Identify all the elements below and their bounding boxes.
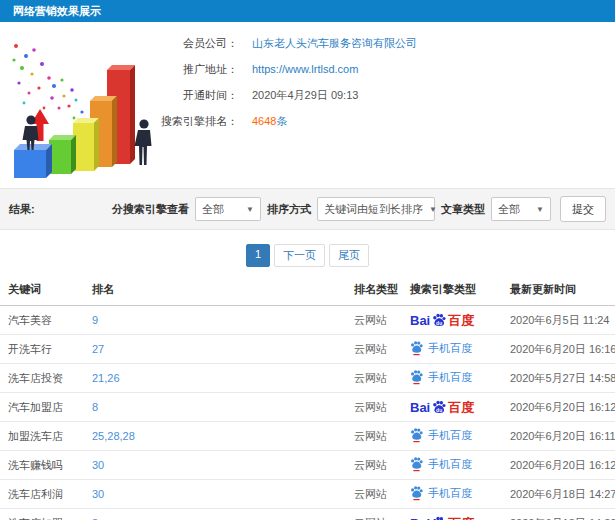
mobile-baidu-label: 手机百度	[428, 370, 472, 385]
chevron-down-icon: ▼	[240, 205, 254, 214]
filter-bar: 结果: 分搜索引擎查看 全部 ▼ 排序方式 关键词由短到长排序 ▼ 文章类型 全…	[0, 188, 615, 230]
pagination: 1 下一页 尾页	[0, 244, 615, 267]
chevron-down-icon: ▼	[530, 205, 544, 214]
engine-cell: Baidu百度	[402, 509, 502, 520]
rank-type-cell: 云网站	[346, 364, 402, 393]
rank-type-cell: 云网站	[346, 335, 402, 364]
engine-cell: 手机百度	[402, 364, 502, 393]
open-time-value: 2020年4月29日 09:13	[252, 88, 358, 103]
svg-text:du: du	[436, 408, 442, 413]
sort-select[interactable]: 关键词由短到长排序 ▼	[317, 197, 435, 221]
baidu-paw-icon: du	[431, 313, 447, 329]
rank-cell: 8	[84, 393, 346, 422]
keyword-cell: 洗车店加盟	[0, 509, 84, 520]
table-row: 加盟洗车店25,28,28云网站手机百度2020年6月20日 16:11	[0, 422, 615, 451]
baidu-logo: Baidu百度	[410, 515, 474, 520]
keyword-cell: 汽车美容	[0, 306, 84, 335]
table-row: 汽车加盟店8云网站Baidu百度2020年6月20日 16:12	[0, 393, 615, 422]
sort-value: 关键词由短到长排序	[324, 202, 423, 217]
table-row: 开洗车行27云网站手机百度2020年6月20日 16:16	[0, 335, 615, 364]
updated-cell: 2020年6月20日 16:12	[502, 451, 615, 480]
engine-cell: 手机百度	[402, 335, 502, 364]
keyword-cell: 洗车店投资	[0, 364, 84, 393]
baidu-logo-text: Bai	[410, 401, 430, 415]
rank-type-cell: 云网站	[346, 509, 402, 520]
updated-cell: 2020年6月20日 16:11	[502, 422, 615, 451]
engine-filter-value: 全部	[202, 202, 224, 217]
mobile-baidu-logo: 手机百度	[410, 427, 472, 443]
updated-cell: 2020年5月27日 14:58	[502, 364, 615, 393]
rank-cell: 9	[84, 306, 346, 335]
engine-cell: 手机百度	[402, 422, 502, 451]
engine-cell: Baidu百度	[402, 393, 502, 422]
rank-count: 4648	[252, 115, 276, 127]
updated-cell: 2020年6月5日 11:24	[502, 306, 615, 335]
next-page-button[interactable]: 下一页	[274, 244, 325, 267]
col-updated: 最新更新时间	[502, 277, 615, 306]
engine-cell: 手机百度	[402, 451, 502, 480]
engine-rank-value: 4648条	[252, 114, 287, 129]
keyword-cell: 汽车加盟店	[0, 393, 84, 422]
col-rank: 排名	[84, 277, 346, 306]
results-table: 关键词 排名 排名类型 搜索引擎类型 最新更新时间 汽车美容9云网站Baidu百…	[0, 277, 615, 520]
company-link[interactable]: 山东老人头汽车服务咨询有限公司	[252, 36, 417, 51]
table-row: 洗车店投资21,26云网站手机百度2020年5月27日 14:58	[0, 364, 615, 393]
table-header-row: 关键词 排名 排名类型 搜索引擎类型 最新更新时间	[0, 277, 615, 306]
article-type-select[interactable]: 全部 ▼	[491, 197, 551, 221]
updated-cell: 2020年6月20日 16:16	[502, 335, 615, 364]
mobile-baidu-paw-icon	[410, 427, 423, 443]
submit-button[interactable]: 提交	[560, 196, 606, 222]
engine-filter-select[interactable]: 全部 ▼	[195, 197, 261, 221]
rank-unit: 条	[276, 115, 287, 127]
account-info-section: 会员公司： 山东老人头汽车服务咨询有限公司 推广地址： https://www.…	[0, 22, 615, 188]
svg-text:du: du	[436, 321, 442, 326]
baidu-logo-hanzi: 百度	[448, 314, 474, 328]
article-type-value: 全部	[498, 202, 520, 217]
results-table-body: 汽车美容9云网站Baidu百度2020年6月5日 11:24开洗车行27云网站手…	[0, 306, 615, 520]
mobile-baidu-paw-icon	[410, 485, 423, 501]
rank-type-cell: 云网站	[346, 422, 402, 451]
keyword-cell: 加盟洗车店	[0, 422, 84, 451]
baidu-paw-icon: du	[431, 400, 447, 416]
mobile-baidu-label: 手机百度	[428, 428, 472, 443]
rank-type-cell: 云网站	[346, 451, 402, 480]
mobile-baidu-logo: 手机百度	[410, 369, 472, 385]
baidu-logo-hanzi: 百度	[448, 401, 474, 415]
page-1-button[interactable]: 1	[246, 244, 270, 267]
table-row: 汽车美容9云网站Baidu百度2020年6月5日 11:24	[0, 306, 615, 335]
keyword-cell: 洗车赚钱吗	[0, 451, 84, 480]
baidu-logo: Baidu百度	[410, 312, 474, 328]
engine-cell: Baidu百度	[402, 306, 502, 335]
chevron-down-icon: ▼	[423, 205, 437, 214]
rank-type-cell: 云网站	[346, 306, 402, 335]
bar-green	[49, 135, 76, 174]
promo-url-link[interactable]: https://www.lrtlsd.com	[252, 63, 358, 75]
rank-type-cell: 云网站	[346, 393, 402, 422]
baidu-logo-text: Bai	[410, 314, 430, 328]
mobile-baidu-paw-icon	[410, 456, 423, 472]
rank-cell: 21,26	[84, 364, 346, 393]
baidu-paw-icon: du	[431, 516, 447, 520]
keyword-cell: 开洗车行	[0, 335, 84, 364]
sort-label: 排序方式	[267, 202, 311, 217]
mobile-baidu-label: 手机百度	[428, 457, 472, 472]
col-rank-type: 排名类型	[346, 277, 402, 306]
table-row: 洗车赚钱吗30云网站手机百度2020年6月20日 16:12	[0, 451, 615, 480]
updated-cell: 2020年6月18日 14:27	[502, 480, 615, 509]
confetti-dots	[12, 44, 93, 124]
rank-type-cell: 云网站	[346, 480, 402, 509]
rank-cell: 30	[84, 451, 346, 480]
engine-filter-label: 分搜索引擎查看	[112, 202, 189, 217]
table-row: 洗车店利润30云网站手机百度2020年6月18日 14:27	[0, 480, 615, 509]
updated-cell: 2020年6月20日 16:12	[502, 393, 615, 422]
last-page-button[interactable]: 尾页	[329, 244, 369, 267]
col-engine-type: 搜索引擎类型	[402, 277, 502, 306]
baidu-logo: Baidu百度	[410, 399, 474, 415]
rank-cell: 30	[84, 480, 346, 509]
mobile-baidu-label: 手机百度	[428, 341, 472, 356]
mobile-baidu-logo: 手机百度	[410, 485, 472, 501]
keyword-cell: 洗车店利润	[0, 480, 84, 509]
bar-yellow	[73, 118, 99, 171]
mobile-baidu-paw-icon	[410, 369, 423, 385]
table-row: 洗车店加盟3云网站Baidu百度2020年6月18日 14:30	[0, 509, 615, 520]
